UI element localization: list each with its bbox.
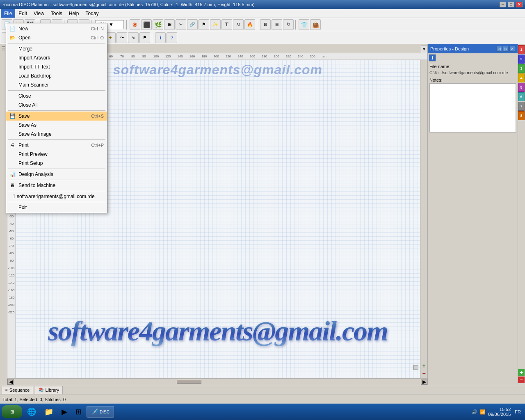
tool-monogram[interactable]: M: [233, 19, 244, 30]
tool-leaf[interactable]: 🌿: [153, 19, 163, 30]
wave-tool[interactable]: ∿: [128, 32, 139, 43]
zoom-in-strip-button[interactable]: +: [420, 363, 427, 369]
add-color-btn[interactable]: +: [518, 369, 525, 376]
lang-indicator: FR: [515, 409, 521, 414]
tool-grid2[interactable]: ⊞: [272, 19, 282, 30]
menu-print-label: Print: [18, 142, 29, 148]
props-tab-info[interactable]: ℹ: [429, 54, 436, 62]
props-close-btn[interactable]: ✕: [509, 46, 515, 52]
save-shortcut: Ctrl+S: [91, 114, 104, 119]
menu-edit[interactable]: Edit: [15, 9, 30, 18]
menu-main-scanner-label: Main Scanner: [18, 82, 49, 88]
color-tab-8[interactable]: 8: [518, 111, 525, 120]
remove-color-btn[interactable]: −: [518, 377, 525, 383]
menu-exit[interactable]: Exit: [6, 203, 107, 212]
tool-text[interactable]: T: [221, 19, 232, 30]
tool-flag[interactable]: ⚑: [199, 19, 209, 30]
props-expand-btn[interactable]: ▷: [503, 46, 509, 52]
canvas-right-strip: + −: [420, 60, 427, 378]
tool-rotate[interactable]: ↻: [283, 19, 294, 30]
scroll-thumb[interactable]: [177, 380, 201, 384]
zoom-dropdown-icon[interactable]: ▼: [109, 22, 114, 27]
tool-fire[interactable]: 🔥: [244, 19, 255, 30]
scroll-right-btn[interactable]: ▶: [421, 379, 427, 385]
props-notes-textarea[interactable]: [429, 83, 516, 132]
start-button[interactable]: ⊞: [2, 405, 22, 418]
menu-load-backdrop[interactable]: Load Backdrop: [6, 71, 107, 80]
menu-save[interactable]: 💾 Save Ctrl+S: [6, 112, 107, 121]
windows-icon: ⊞: [75, 407, 82, 416]
menu-new[interactable]: 📄 New Ctrl+N: [6, 24, 107, 33]
menu-recent-1[interactable]: 1 software4garments@gmail com.rde: [6, 192, 107, 201]
menu-today[interactable]: Today: [82, 9, 102, 18]
color-tab-1[interactable]: 1: [518, 45, 525, 54]
menu-close-all-label: Close All: [18, 102, 38, 108]
status-text: Total: 1, Selected: 0, Stitches: 0: [2, 397, 66, 402]
menu-file[interactable]: File: [1, 9, 15, 18]
menu-import-tt[interactable]: Import TT Text: [6, 62, 107, 71]
save-icon: 💾: [9, 112, 16, 120]
menu-open[interactable]: 📂 Open Ctrl+O: [6, 33, 107, 42]
menu-close[interactable]: Close: [6, 91, 107, 100]
tool-magic[interactable]: ✨: [210, 19, 221, 30]
close-button[interactable]: ✕: [516, 2, 523, 7]
color-tab-7[interactable]: 7: [518, 102, 525, 111]
taskbar-windows-btn[interactable]: ⊞: [72, 405, 85, 418]
resize-handle[interactable]: [413, 365, 418, 370]
color-tab-5[interactable]: 5: [518, 83, 525, 92]
info-btn[interactable]: ℹ: [155, 32, 166, 43]
props-undock-btn[interactable]: ◁: [496, 46, 502, 52]
file-menu: 📄 New Ctrl+N 📂 Open Ctrl+O Merge Import …: [6, 23, 107, 213]
color-tab-4[interactable]: 4: [518, 73, 525, 82]
menu-save-as[interactable]: Save As: [6, 121, 107, 130]
system-tray: 🔊 📶 15:52 09/06/2015 FR: [469, 407, 523, 417]
send-machine-icon: 🖥: [9, 182, 16, 189]
color-tab-6[interactable]: 6: [518, 92, 525, 101]
menu-help[interactable]: Help: [66, 9, 82, 18]
library-tab[interactable]: 📚 Library: [35, 386, 63, 394]
tool-shirt[interactable]: 👕: [299, 19, 309, 30]
tool-flower[interactable]: ❀: [130, 19, 140, 30]
menu-save-as-image[interactable]: Save As Image: [6, 130, 107, 139]
curve-tool[interactable]: 〜: [116, 32, 127, 43]
zoom-out-strip-button[interactable]: −: [420, 370, 427, 377]
clock-area: 15:52 09/06/2015: [488, 407, 511, 417]
maximize-button[interactable]: □: [508, 2, 514, 7]
menu-close-all[interactable]: Close All: [6, 100, 107, 110]
tool-grid1[interactable]: ⊟: [260, 19, 271, 30]
taskbar-ie-btn[interactable]: 🌐: [24, 405, 39, 418]
scroll-left-btn[interactable]: ◀: [7, 379, 14, 385]
sep2: [8, 90, 105, 91]
color-tab-2[interactable]: 2: [518, 55, 525, 64]
menu-tools[interactable]: Tools: [48, 9, 66, 18]
menu-view[interactable]: View: [30, 9, 48, 18]
menu-merge[interactable]: Merge: [6, 44, 107, 53]
taskbar-media-btn[interactable]: ▶: [58, 405, 71, 418]
menu-import-artwork[interactable]: Import Artwork: [6, 53, 107, 62]
taskbar-explorer-btn[interactable]: 📁: [41, 405, 57, 418]
tool-pattern1[interactable]: ⊞: [164, 19, 175, 30]
menu-design-analysis[interactable]: 📊 Design Analysis: [6, 170, 107, 179]
scroll-track[interactable]: [14, 380, 421, 384]
menu-main-scanner[interactable]: Main Scanner: [6, 80, 107, 89]
menu-send-machine[interactable]: 🖥 Send to Machine: [6, 181, 107, 190]
tool-bag[interactable]: 👜: [310, 19, 321, 30]
menu-print[interactable]: 🖨 Print Ctrl+P: [6, 141, 107, 150]
tool-fill[interactable]: ⬛: [141, 19, 152, 30]
tool-link[interactable]: 🔗: [187, 19, 198, 30]
tool-cross[interactable]: ✂: [176, 19, 186, 30]
sequence-tab[interactable]: ≡ Sequence: [2, 386, 33, 394]
minimize-button[interactable]: ─: [500, 2, 506, 7]
menu-print-preview[interactable]: Print Preview: [6, 150, 107, 159]
help-btn[interactable]: ?: [167, 32, 177, 43]
separator6: [295, 20, 297, 30]
horizontal-scrollbar[interactable]: ◀ ▶: [7, 378, 427, 385]
menu-print-setup[interactable]: Print Setup: [6, 159, 107, 168]
print-icon: 🖨: [9, 142, 16, 149]
tab-scroll-btn[interactable]: ▼: [421, 45, 427, 53]
menu-load-backdrop-label: Load Backdrop: [18, 73, 52, 79]
flag-tool[interactable]: ⚑: [139, 32, 150, 43]
app-taskbar-btn[interactable]: 🪡 DISC: [87, 406, 114, 418]
color-tab-3[interactable]: 3: [518, 64, 525, 73]
explorer-icon: 📁: [44, 407, 53, 416]
